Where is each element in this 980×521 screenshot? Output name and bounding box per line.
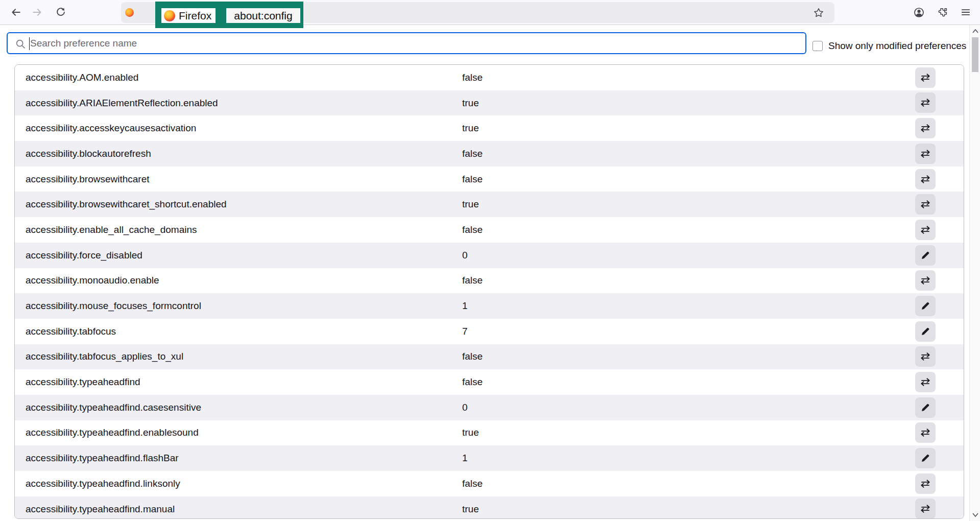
pref-name: accessibility.typeaheadfind.manual <box>26 496 175 519</box>
toggle-pref-button[interactable] <box>915 499 936 519</box>
edit-pref-button[interactable] <box>915 321 936 342</box>
identity-chip: Firefox <box>161 8 216 23</box>
toggle-pref-button[interactable] <box>915 169 936 190</box>
pref-value: true <box>462 90 479 116</box>
annotation-highlight: Firefox about:config <box>155 2 303 28</box>
url-text: about:config <box>226 8 300 23</box>
pref-name: accessibility.typeaheadfind.casesensitiv… <box>26 395 201 420</box>
scroll-down-button[interactable] <box>970 510 980 520</box>
toggle-pref-button[interactable] <box>915 346 936 367</box>
toggle-icon <box>920 97 931 108</box>
pref-name: accessibility.blockautorefresh <box>26 141 151 167</box>
reload-button[interactable] <box>51 3 70 22</box>
firefox-logo-icon <box>164 10 175 21</box>
show-modified-filter[interactable]: Show only modified preferences <box>812 40 966 52</box>
pref-row: accessibility.browsewithcaret_shortcut.e… <box>15 192 964 217</box>
toggle-pref-button[interactable] <box>915 144 936 164</box>
pref-name: accessibility.browsewithcaret <box>26 167 150 192</box>
pref-name: accessibility.force_disabled <box>26 243 142 268</box>
pref-value: false <box>462 471 483 496</box>
identity-brand-label: Firefox <box>179 10 211 22</box>
pref-value: false <box>462 344 483 370</box>
pref-name: accessibility.ARIAElementReflection.enab… <box>26 90 218 116</box>
pref-value: false <box>462 217 483 243</box>
toggle-pref-button[interactable] <box>915 92 936 113</box>
toggle-pref-button[interactable] <box>915 422 936 443</box>
pref-row: accessibility.AOM.enabled false <box>15 65 964 90</box>
pref-name: accessibility.AOM.enabled <box>26 65 138 90</box>
toggle-icon <box>920 427 931 438</box>
bookmark-star-icon <box>813 7 824 18</box>
edit-icon <box>920 402 930 413</box>
edit-pref-button[interactable] <box>915 448 936 468</box>
back-button[interactable] <box>6 3 26 22</box>
edit-pref-button[interactable] <box>915 397 936 418</box>
pref-name: accessibility.typeaheadfind.flashBar <box>26 445 179 471</box>
pref-value: 0 <box>462 243 468 268</box>
toggle-pref-button[interactable] <box>915 194 936 215</box>
pref-name: accessibility.browsewithcaret_shortcut.e… <box>26 192 227 217</box>
pref-row: accessibility.tabfocus 7 <box>15 319 964 344</box>
pref-row: accessibility.accesskeycausesactivation … <box>15 115 964 141</box>
pref-value: false <box>462 268 483 294</box>
show-modified-checkbox[interactable] <box>812 41 823 51</box>
toggle-icon <box>920 123 931 134</box>
pref-name: accessibility.typeaheadfind.linksonly <box>26 471 180 496</box>
pref-row: accessibility.typeaheadfind false <box>15 369 964 395</box>
bookmark-star-button[interactable] <box>811 5 826 20</box>
toggle-icon <box>920 72 931 83</box>
back-icon <box>10 7 21 18</box>
toggle-pref-button[interactable] <box>915 118 936 138</box>
search-input[interactable] <box>8 33 805 53</box>
toggle-icon <box>920 174 931 185</box>
pref-row: accessibility.enable_all_cache_domains f… <box>15 217 964 243</box>
pref-name: accessibility.accesskeycausesactivation <box>26 115 196 141</box>
extensions-button[interactable] <box>933 3 952 22</box>
pref-name: accessibility.mouse_focuses_formcontrol <box>26 293 201 319</box>
forward-button[interactable] <box>28 3 47 22</box>
pref-row: accessibility.typeaheadfind.flashBar 1 <box>15 445 964 471</box>
forward-icon <box>32 7 43 18</box>
edit-icon <box>920 453 930 463</box>
toggle-pref-button[interactable] <box>915 220 936 240</box>
pref-value: true <box>462 115 479 141</box>
toggle-pref-button[interactable] <box>915 372 936 392</box>
pref-name: accessibility.tabfocus_applies_to_xul <box>26 344 183 370</box>
show-modified-label: Show only modified preferences <box>828 40 966 52</box>
scroll-up-icon <box>972 29 979 34</box>
account-button[interactable] <box>909 3 928 22</box>
edit-pref-button[interactable] <box>915 296 936 316</box>
pref-row: accessibility.typeaheadfind.manual true <box>15 496 964 519</box>
scroll-up-button[interactable] <box>970 26 980 36</box>
pref-value: false <box>462 65 483 90</box>
vertical-scrollbar[interactable] <box>969 25 980 521</box>
firefox-window: Firefox about:config <box>0 0 980 521</box>
pref-row: accessibility.typeaheadfind.casesensitiv… <box>15 395 964 420</box>
pref-row: accessibility.typeaheadfind.enablesound … <box>15 420 964 446</box>
edit-icon <box>920 250 930 260</box>
pref-row: accessibility.tabfocus_applies_to_xul fa… <box>15 344 964 370</box>
scrollbar-thumb[interactable] <box>972 37 978 72</box>
pref-value: true <box>462 420 479 446</box>
pref-name: accessibility.monoaudio.enable <box>26 268 159 294</box>
firefox-favicon-icon <box>125 8 134 17</box>
account-icon <box>913 7 925 18</box>
pref-name: accessibility.enable_all_cache_domains <box>26 217 197 243</box>
toggle-icon <box>920 376 931 388</box>
toggle-pref-button[interactable] <box>915 270 936 291</box>
pref-name: accessibility.typeaheadfind.enablesound <box>26 420 199 446</box>
pref-value: true <box>462 496 479 519</box>
pref-value: true <box>462 192 479 217</box>
toggle-pref-button[interactable] <box>915 67 936 88</box>
pref-value: false <box>462 369 483 395</box>
edit-pref-button[interactable] <box>915 245 936 266</box>
scroll-down-icon <box>972 512 979 517</box>
toggle-icon <box>920 148 931 159</box>
extensions-icon <box>937 7 948 18</box>
menu-button[interactable] <box>956 3 975 22</box>
edit-icon <box>920 326 930 337</box>
toggle-pref-button[interactable] <box>915 473 936 494</box>
prefs-table: accessibility.AOM.enabled false accessib… <box>14 64 964 519</box>
pref-value: 7 <box>462 319 468 344</box>
pref-row: accessibility.browsewithcaret false <box>15 167 964 192</box>
